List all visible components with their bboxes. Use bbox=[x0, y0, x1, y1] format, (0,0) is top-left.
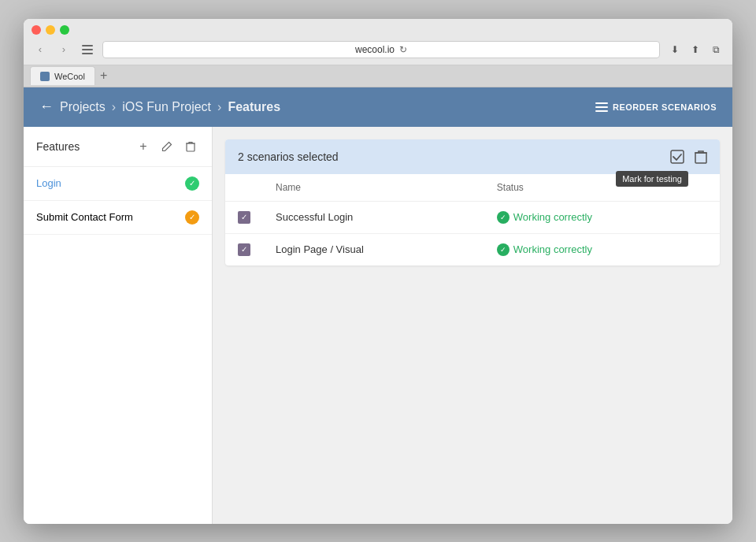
col-checkbox bbox=[225, 174, 263, 202]
edit-icon bbox=[161, 141, 172, 152]
selection-actions: Mark for testing bbox=[669, 149, 707, 165]
browser-actions: ⬇ ⬆ ⧉ bbox=[666, 41, 724, 58]
reload-button[interactable]: ↻ bbox=[399, 44, 407, 55]
row2-checkbox[interactable]: ✓ bbox=[238, 243, 250, 256]
app-body: Features + bbox=[24, 127, 732, 524]
breadcrumb-sep-1: › bbox=[112, 100, 116, 114]
row2-name: Login Page / Visual bbox=[263, 233, 484, 265]
delete-icon bbox=[695, 150, 707, 164]
scf-status-icon: ✓ bbox=[185, 210, 199, 225]
table-row: ✓ Successful Login ✓ Working correctly bbox=[225, 201, 720, 233]
svg-rect-3 bbox=[595, 102, 608, 104]
row2-status: ✓ Working correctly bbox=[484, 233, 720, 265]
tab-bar: WeCool + bbox=[24, 65, 732, 87]
login-status-icon: ✓ bbox=[185, 176, 199, 191]
breadcrumb-sep-2: › bbox=[217, 100, 221, 114]
mark-for-testing-button[interactable] bbox=[669, 149, 685, 165]
tab-title: WeCool bbox=[54, 72, 85, 81]
sidebar-title: Features bbox=[36, 140, 80, 153]
row1-checkbox-cell: ✓ bbox=[225, 201, 263, 233]
svg-rect-6 bbox=[187, 143, 195, 151]
delete-feature-button[interactable] bbox=[182, 138, 199, 155]
close-traffic-light[interactable] bbox=[32, 25, 41, 35]
svg-rect-1 bbox=[82, 49, 93, 50]
svg-rect-0 bbox=[82, 45, 93, 46]
col-name: Name bbox=[263, 174, 484, 202]
row1-status-text: Working correctly bbox=[513, 211, 592, 223]
share-button[interactable]: ⬆ bbox=[687, 41, 704, 58]
sidebar-toggle-button[interactable] bbox=[79, 41, 96, 58]
sidebar-header: Features + bbox=[24, 127, 212, 167]
selection-count: 2 scenarios selected bbox=[238, 150, 339, 163]
trash-icon bbox=[186, 141, 195, 152]
back-button[interactable]: ‹ bbox=[32, 41, 49, 58]
svg-rect-8 bbox=[695, 153, 706, 163]
svg-rect-5 bbox=[595, 110, 608, 112]
selection-bar: 2 scenarios selected bbox=[225, 139, 720, 174]
row2-status-text: Working correctly bbox=[513, 243, 592, 255]
reorder-icon bbox=[595, 102, 608, 112]
maximize-traffic-light[interactable] bbox=[60, 25, 69, 35]
download-button[interactable]: ⬇ bbox=[666, 41, 684, 58]
tab-favicon bbox=[40, 72, 50, 81]
row1-status-badge: ✓ Working correctly bbox=[497, 211, 707, 224]
browser-toolbar: ‹ › wecool.io ↻ ⬇ ⬆ ⧉ bbox=[32, 41, 724, 65]
sidebar-item-login[interactable]: Login ✓ bbox=[24, 167, 212, 201]
sidebar-item-login-label: Login bbox=[36, 177, 61, 189]
row2-status-badge: ✓ Working correctly bbox=[497, 243, 707, 256]
new-tab-add-button[interactable]: + bbox=[95, 69, 112, 82]
sidebar: Features + bbox=[24, 127, 213, 524]
sidebar-actions: + bbox=[135, 138, 199, 155]
tooltip-mark-for-testing: Mark for testing bbox=[616, 171, 688, 187]
app-header: ← Projects › iOS Fun Project › Features … bbox=[24, 87, 732, 127]
delete-selected-button[interactable] bbox=[695, 150, 707, 164]
row1-name: Successful Login bbox=[263, 201, 484, 233]
breadcrumb-project[interactable]: iOS Fun Project bbox=[122, 100, 211, 114]
breadcrumb-current: Features bbox=[228, 100, 280, 114]
traffic-lights bbox=[32, 25, 724, 35]
back-button[interactable]: ← bbox=[39, 98, 54, 115]
browser-chrome: ‹ › wecool.io ↻ ⬇ ⬆ ⧉ bbox=[24, 19, 732, 65]
mark-testing-icon bbox=[669, 149, 685, 165]
browser-tab[interactable]: WeCool bbox=[30, 66, 95, 85]
row1-status: ✓ Working correctly bbox=[484, 201, 720, 233]
svg-rect-4 bbox=[595, 106, 608, 108]
forward-button[interactable]: › bbox=[55, 41, 72, 58]
row2-checkbox-cell: ✓ bbox=[225, 233, 263, 265]
url-text: wecool.io bbox=[355, 44, 395, 55]
reorder-scenarios-button[interactable]: REORDER SCENARIOS bbox=[595, 102, 717, 112]
scenarios-table: Name Status ✓ Successful Login bbox=[225, 174, 720, 265]
sidebar-item-scf-label: Submit Contact Form bbox=[36, 211, 133, 223]
table-row: ✓ Login Page / Visual ✓ Working correctl… bbox=[225, 233, 720, 265]
new-tab-button[interactable]: ⧉ bbox=[707, 41, 724, 58]
browser-window: ‹ › wecool.io ↻ ⬇ ⬆ ⧉ WeCool bbox=[24, 19, 732, 524]
breadcrumb-projects[interactable]: Projects bbox=[60, 100, 106, 114]
row1-checkbox[interactable]: ✓ bbox=[238, 211, 250, 224]
row1-status-icon: ✓ bbox=[497, 211, 510, 224]
edit-feature-button[interactable] bbox=[158, 138, 176, 155]
sidebar-item-submit-contact-form[interactable]: Submit Contact Form ✓ bbox=[24, 201, 212, 235]
row2-status-icon: ✓ bbox=[497, 243, 510, 256]
add-feature-button[interactable]: + bbox=[135, 138, 152, 155]
minimize-traffic-light[interactable] bbox=[46, 25, 55, 35]
svg-rect-2 bbox=[82, 53, 93, 54]
scenarios-panel: 2 scenarios selected bbox=[225, 139, 720, 265]
address-bar[interactable]: wecool.io ↻ bbox=[102, 41, 660, 58]
breadcrumb: ← Projects › iOS Fun Project › Features bbox=[39, 98, 280, 115]
main-content: 2 scenarios selected bbox=[213, 127, 732, 524]
